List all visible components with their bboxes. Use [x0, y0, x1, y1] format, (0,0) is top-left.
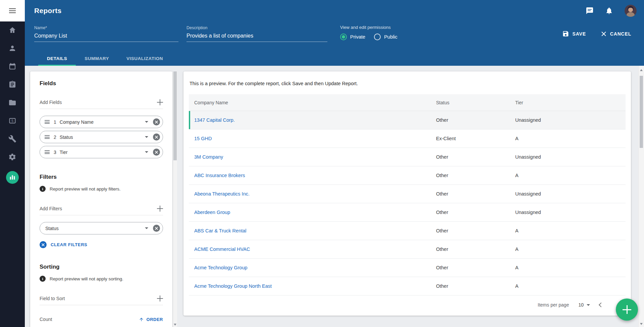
- table-row: ABS Car & Truck Rental Other A: [189, 222, 626, 240]
- chevron-down-icon[interactable]: [145, 136, 148, 138]
- table-footer: Items per page 10: [189, 295, 626, 314]
- field-label: Status: [60, 134, 145, 140]
- company-link[interactable]: ABC Insurance Brokers: [194, 173, 245, 178]
- field-chip-company-name[interactable]: 1 Company Name: [40, 116, 163, 128]
- table-header: Company Name Status Tier: [189, 94, 626, 111]
- report-description-field: Description: [186, 25, 327, 42]
- nav-folders[interactable]: [8, 99, 16, 107]
- tier-cell: Unassigned: [510, 154, 626, 160]
- nav-tools[interactable]: [8, 135, 16, 143]
- company-link[interactable]: Abeona Therapeutics Inc.: [194, 191, 250, 197]
- remove-field-icon[interactable]: [153, 133, 160, 141]
- clipboard-icon: [8, 80, 16, 89]
- name-label: Name*: [34, 25, 178, 30]
- tier-cell: Unassigned: [510, 117, 626, 123]
- add-report-fab[interactable]: [616, 298, 638, 321]
- column-header-tier[interactable]: Tier: [510, 100, 626, 105]
- permissions-label: View and edit permissions: [340, 25, 397, 30]
- clear-filters-button[interactable]: CLEAR FILTERS: [40, 241, 163, 248]
- scroll-down-icon[interactable]: [640, 323, 643, 325]
- field-label: Company Name: [60, 119, 145, 125]
- tab-details[interactable]: DETAILS: [38, 51, 76, 66]
- drag-handle-icon[interactable]: [45, 135, 50, 139]
- nav-tasks[interactable]: [8, 80, 16, 89]
- svg-text:5: 5: [11, 119, 13, 123]
- company-link[interactable]: ACME Commercial HVAC: [194, 247, 250, 252]
- drag-handle-icon[interactable]: [45, 150, 50, 154]
- company-link[interactable]: Aberdeen Group: [194, 210, 230, 215]
- company-link[interactable]: 15 GHD: [194, 136, 212, 141]
- home-icon: [8, 26, 16, 34]
- table-row: 3M Company Other Unassigned: [189, 148, 626, 166]
- panel-scrollbar[interactable]: [173, 71, 177, 327]
- nav-rail: 5: [0, 0, 25, 327]
- tier-cell: Unassigned: [510, 191, 626, 197]
- radio-private[interactable]: Private: [340, 34, 365, 40]
- nav-home[interactable]: [8, 26, 16, 34]
- remove-field-icon[interactable]: [153, 118, 160, 125]
- add-filters-plus-icon[interactable]: [157, 206, 163, 212]
- nav-settings[interactable]: [8, 153, 16, 161]
- field-to-sort-row[interactable]: Field to Sort: [40, 292, 163, 305]
- company-link[interactable]: ABS Car & Truck Rental: [194, 228, 247, 233]
- panel-scrollbar-thumb[interactable]: [173, 71, 177, 160]
- page-scrollbar[interactable]: [638, 66, 644, 327]
- company-link[interactable]: 1347 Capital Corp.: [194, 117, 235, 123]
- order-button[interactable]: ORDER: [139, 317, 163, 322]
- name-input[interactable]: [34, 33, 178, 42]
- company-link[interactable]: Acme Technology Group North East: [194, 283, 272, 289]
- add-fields-row[interactable]: Add Fields: [40, 96, 163, 109]
- company-link[interactable]: 3M Company: [194, 154, 223, 160]
- report-name-field: Name*: [34, 25, 178, 42]
- items-per-page-select[interactable]: 10: [578, 302, 590, 308]
- scroll-down-icon[interactable]: [174, 324, 176, 326]
- chevron-down-icon[interactable]: [145, 151, 148, 153]
- chevron-down-icon: [587, 304, 590, 306]
- add-fields-plus-icon[interactable]: [157, 99, 163, 105]
- notifications-button[interactable]: [605, 7, 613, 15]
- gear-icon: [8, 153, 16, 161]
- tier-cell: A: [510, 247, 626, 252]
- status-cell: Other: [431, 228, 510, 233]
- chevron-down-icon[interactable]: [145, 227, 148, 229]
- menu-button[interactable]: [0, 0, 25, 21]
- arrow-up-icon: [139, 317, 144, 322]
- page-scrollbar-thumb[interactable]: [640, 76, 643, 148]
- field-to-sort-plus-icon[interactable]: [157, 295, 163, 302]
- user-avatar[interactable]: [625, 5, 637, 17]
- config-panel: Fields Add Fields 1 Company Name 2 Statu…: [30, 71, 172, 327]
- company-link[interactable]: Acme Technology Group: [194, 265, 248, 270]
- fields-section-title: Fields: [40, 80, 163, 87]
- add-filters-row[interactable]: Add Filters: [40, 202, 163, 215]
- cancel-button[interactable]: CANCEL: [601, 30, 631, 37]
- chat-button[interactable]: [586, 7, 594, 15]
- nav-invoices[interactable]: 5: [8, 117, 16, 125]
- column-header-status[interactable]: Status: [431, 100, 510, 105]
- drag-handle-icon[interactable]: [45, 120, 50, 124]
- previous-page-icon[interactable]: [599, 303, 603, 307]
- save-button[interactable]: SAVE: [562, 30, 586, 37]
- chevron-down-icon[interactable]: [145, 121, 148, 123]
- remove-filter-icon[interactable]: [153, 225, 160, 232]
- field-chip-status[interactable]: 2 Status: [40, 131, 163, 143]
- sort-field-row: Count ORDER: [40, 317, 163, 322]
- column-header-company[interactable]: Company Name: [189, 100, 431, 105]
- nav-calendar[interactable]: [8, 62, 16, 70]
- radio-public[interactable]: Public: [374, 34, 397, 40]
- items-per-page-value: 10: [578, 302, 584, 308]
- filter-chip-status[interactable]: Status: [40, 222, 163, 234]
- page-title: Reports: [34, 7, 61, 15]
- avatar-image: [625, 5, 637, 17]
- tier-cell: Unassigned: [510, 210, 626, 215]
- info-icon: i: [40, 186, 46, 192]
- nav-contacts[interactable]: [8, 44, 16, 52]
- remove-field-icon[interactable]: [153, 149, 160, 156]
- tab-summary[interactable]: SUMMARY: [76, 51, 118, 66]
- field-chip-tier[interactable]: 3 Tier: [40, 146, 163, 158]
- tab-visualization[interactable]: VISUALIZATION: [118, 51, 172, 66]
- content-area: Fields Add Fields 1 Company Name 2 Statu…: [25, 66, 644, 327]
- table-row: ACME Commercial HVAC Other A: [189, 240, 626, 259]
- scroll-up-icon[interactable]: [640, 69, 643, 71]
- nav-reports-active[interactable]: [6, 171, 19, 184]
- description-input[interactable]: [186, 33, 327, 42]
